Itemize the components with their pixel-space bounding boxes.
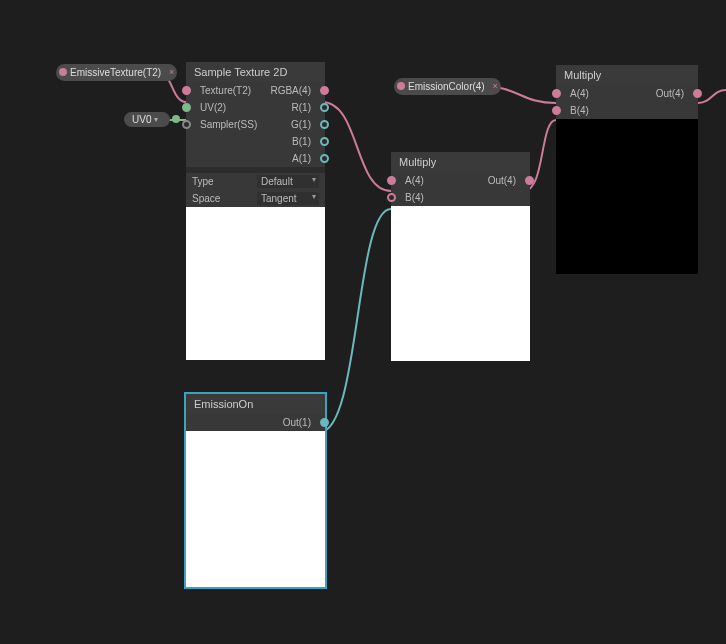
dropdown-space[interactable]: Tangent: [257, 192, 319, 205]
node-emission-on[interactable]: EmissionOn Out(1): [186, 394, 325, 587]
output-port-out[interactable]: [525, 176, 534, 185]
output-port-a[interactable]: [320, 154, 329, 163]
property-chip-emission-color[interactable]: EmissionColor(4) ×: [394, 78, 501, 95]
port-label: RGBA(4): [256, 85, 326, 96]
property-row-space: Space Tangent: [186, 190, 325, 207]
output-port-out[interactable]: [693, 89, 702, 98]
node-title: EmissionOn: [186, 394, 325, 414]
node-title: Sample Texture 2D: [186, 62, 325, 82]
port-label: B(1): [256, 136, 326, 147]
close-icon[interactable]: ×: [492, 81, 497, 91]
port-label: B(4): [556, 105, 698, 116]
chip-label: UV0: [132, 114, 151, 125]
port-icon: [397, 82, 405, 90]
input-port-sampler[interactable]: [182, 120, 191, 129]
input-port-a[interactable]: [552, 89, 561, 98]
close-icon[interactable]: ×: [169, 67, 174, 77]
port-label: B(4): [391, 192, 530, 203]
node-preview: [186, 207, 325, 360]
input-port-b[interactable]: [552, 106, 561, 115]
port-label: R(1): [256, 102, 326, 113]
input-port-b[interactable]: [387, 193, 396, 202]
chip-label: EmissiveTexture(T2): [70, 67, 161, 78]
port-label: Sampler(SS): [186, 119, 257, 130]
property-chip-uv0[interactable]: UV0: [124, 112, 170, 127]
node-preview: [186, 431, 325, 587]
input-port-uv[interactable]: [182, 103, 191, 112]
node-preview: [391, 206, 530, 361]
port-label: UV(2): [186, 102, 256, 113]
port-icon: [172, 115, 180, 123]
output-port-b[interactable]: [320, 137, 329, 146]
node-title: Multiply: [556, 65, 698, 85]
node-multiply-2[interactable]: Multiply A(4) Out(4) B(4): [556, 65, 698, 274]
chip-label: EmissionColor(4): [408, 81, 485, 92]
port-label: A(4): [556, 88, 627, 99]
output-port-r[interactable]: [320, 103, 329, 112]
property-chip-emissive-texture[interactable]: EmissiveTexture(T2) ×: [56, 64, 177, 81]
port-icon: [59, 68, 67, 76]
output-port-out[interactable]: [320, 418, 329, 427]
input-port-a[interactable]: [387, 176, 396, 185]
port-label: G(1): [257, 119, 325, 130]
node-preview: [556, 119, 698, 274]
output-port-rgba[interactable]: [320, 86, 329, 95]
dropdown-type[interactable]: Default: [257, 175, 319, 188]
port-label: A(4): [391, 175, 461, 186]
port-label: Texture(T2): [186, 85, 256, 96]
property-row-type: Type Default: [186, 173, 325, 190]
node-sample-texture-2d[interactable]: Sample Texture 2D Texture(T2) RGBA(4) UV…: [186, 62, 325, 360]
port-label: Out(1): [186, 417, 325, 428]
port-label: Out(4): [461, 175, 531, 186]
port-label: A(1): [256, 153, 326, 164]
property-label: Space: [192, 193, 257, 204]
property-label: Type: [192, 176, 257, 187]
input-port-texture[interactable]: [182, 86, 191, 95]
output-port-g[interactable]: [320, 120, 329, 129]
port-label: Out(4): [627, 88, 698, 99]
node-title: Multiply: [391, 152, 530, 172]
node-multiply-1[interactable]: Multiply A(4) Out(4) B(4): [391, 152, 530, 361]
